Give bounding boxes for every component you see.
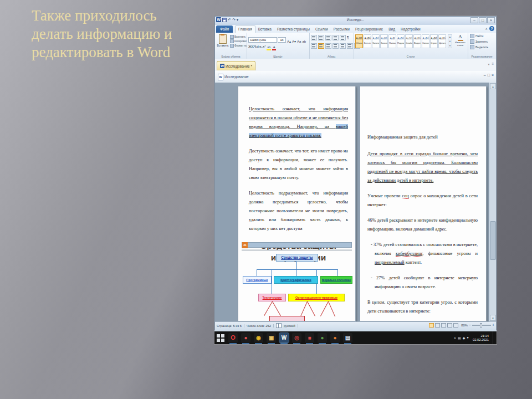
clipboard-command[interactable]: Копировать [230,39,247,44]
minimize-button[interactable]: – [470,17,478,23]
taskbar-app-icon[interactable]: ■ [305,333,314,342]
font-size-select[interactable]: 14 [278,37,286,43]
document-tab[interactable]: W Исследование * [217,61,255,70]
taskbar-app-icon[interactable]: ◎ [292,333,301,342]
tab-list-icon[interactable]: ▾ [488,62,489,66]
ribbon-tab[interactable]: Вставка [255,25,274,33]
style-chip[interactable]: АаБ Название [388,34,396,48]
line-spacing-icon[interactable] [340,43,346,49]
inner-close-icon[interactable]: × [492,73,494,77]
editing-command[interactable]: Заменить [470,39,496,44]
clipboard-command[interactable]: Вырезать [230,35,247,39]
paste-button[interactable]: Вставить [217,34,229,47]
paragraph: В целом, существует три категории угроз,… [367,298,478,316]
taskbar-app-icon[interactable]: ● [241,333,250,342]
document-page-left[interactable]: Целостность означает, что информация сох… [238,86,356,321]
align-center-icon[interactable] [318,43,324,49]
inner-restore-icon[interactable]: □ [488,73,490,77]
show-desktop-button[interactable] [493,331,495,344]
taskbar-clock[interactable]: 21:14 02.02.2021 [471,334,490,342]
web-view-icon[interactable] [441,323,446,328]
zoom-level[interactable]: 80% [461,324,468,327]
scroll-up-icon[interactable]: ▴ [490,83,496,89]
clipboard-command[interactable]: Формат по образцу [230,44,247,48]
taskbar-app-icon[interactable]: W [279,333,289,342]
zoom-out-icon[interactable]: − [469,323,471,328]
increase-indent-icon[interactable] [340,35,346,40]
tray-icon[interactable]: ▤ [458,336,461,340]
help-icon[interactable]: ? [489,26,494,31]
draft-view-icon[interactable] [453,323,458,328]
editing-command[interactable]: Найти [470,34,496,38]
outline-view-icon[interactable] [447,323,452,328]
ribbon-tab[interactable]: Разметка страницы [274,25,313,33]
font-tool-icon[interactable]: ab [301,40,306,43]
style-chip[interactable]: АаБбВ Заголово... [380,34,388,48]
minimize-ribbon-icon[interactable]: ∧ [485,27,488,30]
document-canvas[interactable]: Целостность означает, что информация сох… [215,83,496,321]
font-tool-icon[interactable]: А▴ [287,40,291,43]
ribbon-tab[interactable]: Надстройки [398,25,423,33]
ribbon-tab[interactable]: Рецензирование [352,25,386,33]
fullscreen-view-icon[interactable] [435,323,440,328]
word-count[interactable]: Число слов: 252 [247,324,274,328]
style-chip[interactable]: АаБбВвГг Строгий [430,34,438,48]
align-right-icon[interactable] [325,43,331,49]
taskbar-app-icon[interactable]: ▤ [343,333,352,342]
numbering-icon[interactable] [318,35,324,40]
document-page-right[interactable]: Информационная защита для детей Дети про… [360,86,487,321]
taskbar-app-icon[interactable]: ▣ [267,333,276,342]
change-styles-button[interactable]: А Изменить стили [454,34,467,47]
scrollbar-thumb[interactable] [490,221,496,260]
decrease-indent-icon[interactable] [332,35,339,40]
shading-icon[interactable] [347,43,353,49]
start-button[interactable] [216,334,225,342]
highlight-color-icon[interactable]: ab [267,44,271,50]
styles-scroll-buttons[interactable]: ▴▾≡ [448,34,452,48]
tab-file[interactable]: Файл [216,25,233,33]
page-indicator[interactable]: Страница: 5 из 6 [217,324,244,328]
font-tool-icon[interactable]: А▾ [291,40,296,43]
restore-button[interactable]: □ [479,17,487,23]
tray-icon[interactable]: ∧ [454,336,456,340]
proofing-icon[interactable] [276,323,282,328]
show-marks-icon[interactable]: ¶ [347,35,349,40]
style-chip[interactable]: АаБбВвГг Обычный [355,34,363,48]
scroll-down-icon[interactable]: ▾ [490,315,496,321]
font-style-icon[interactable]: x² [263,44,265,48]
zoom-slider[interactable] [472,325,491,326]
style-chip[interactable]: АаБбВвГг Без инте... [364,34,371,48]
align-left-icon[interactable] [311,43,317,49]
zoom-in-icon[interactable]: + [492,323,494,328]
vertical-scrollbar[interactable]: ▴ ▾ [489,83,496,321]
editing-command[interactable]: Выделить [470,45,496,49]
taskbar-app-icon[interactable]: ● [318,333,327,342]
zoom-slider-thumb[interactable] [480,323,482,328]
style-chip[interactable]: АаБбВвГг Слабое в... [405,34,413,48]
multilevel-list-icon[interactable] [325,35,331,40]
font-color-icon[interactable]: А [272,44,276,50]
ribbon-tab[interactable]: Вид [386,25,398,33]
language-indicator[interactable]: русский [284,324,298,328]
tray-icon[interactable]: ● [467,336,469,340]
style-chip[interactable]: АаБб Заголово... [372,34,380,48]
justify-icon[interactable] [332,43,339,49]
inner-minimize-icon[interactable]: – [484,73,486,77]
tray-icon[interactable]: ◆ [463,336,466,340]
style-chip[interactable]: АаБбВ Подзагол... [397,34,405,48]
bullets-icon[interactable] [311,35,317,40]
ribbon-tab[interactable]: Рассылки [331,25,352,33]
close-button[interactable]: × [487,17,495,23]
tab-menu-icon[interactable]: ≡ [492,62,494,66]
style-chip[interactable]: АаБбВвГг Сильное в... [422,34,429,48]
taskbar-app-icon[interactable]: O [228,333,238,342]
double-rule [242,249,352,250]
ribbon-tab[interactable]: Ссылки [313,25,331,33]
style-chip[interactable]: АаБбВвГг Цитата 2 [438,34,446,48]
ribbon-tab[interactable]: Главная [235,25,255,33]
taskbar-app-icon[interactable]: ◉ [254,333,263,342]
style-chip[interactable]: АаБбВвГг Выделение [413,34,421,48]
group-label: Шрифт [247,55,309,58]
print-layout-view-icon[interactable] [429,323,434,328]
taskbar-app-icon[interactable]: ● [330,333,340,342]
